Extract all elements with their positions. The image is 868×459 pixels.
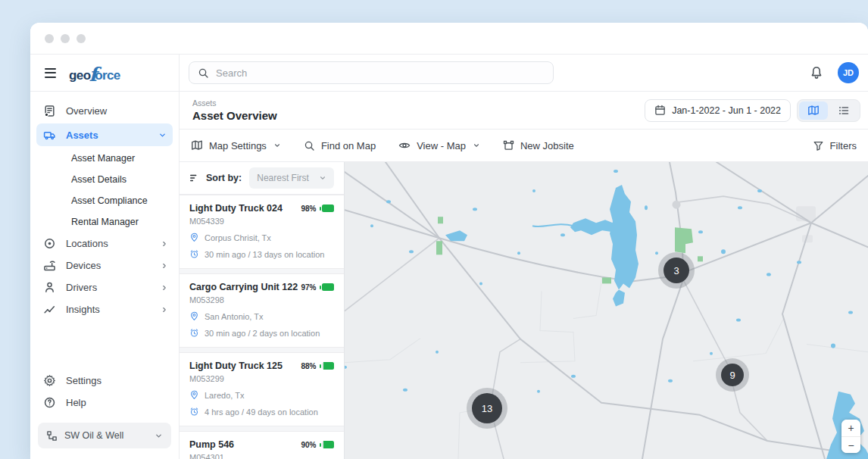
chevron-down-icon [158, 131, 167, 139]
cluster-count: 3 [673, 265, 679, 276]
asset-card[interactable]: Light Duty Truck 024 98% M054339 C [180, 195, 344, 269]
location-pin-icon [189, 390, 199, 400]
sidebar-item-insights[interactable]: Insights [30, 298, 179, 320]
list-view-toggle[interactable] [829, 101, 858, 120]
battery-percent: 90% [301, 441, 316, 449]
asset-name: Cargo Carrying Unit 122 [189, 282, 298, 292]
sidebar-item-assets[interactable]: Assets [36, 123, 173, 146]
sidebar-sub-label: Asset Manager [71, 153, 135, 164]
chevron-down-icon [473, 142, 480, 149]
sidebar-item-help[interactable]: Help [30, 392, 179, 414]
map-cluster-marker[interactable]: 13 [472, 393, 502, 423]
locations-target-icon [43, 237, 56, 250]
menu-toggle-icon[interactable] [43, 67, 58, 80]
topbar: geoforce Search JD [30, 55, 868, 92]
new-jobsite-button[interactable]: New Jobsite [503, 140, 574, 151]
notifications-bell-icon[interactable] [807, 64, 826, 82]
topbar-left: geoforce [30, 55, 180, 91]
chevron-right-icon [161, 262, 168, 270]
sidebar-label: Locations [66, 238, 108, 249]
find-on-map-button[interactable]: Find on Map [304, 140, 376, 151]
chevron-down-icon [319, 174, 326, 182]
logo-text-f: f [89, 65, 97, 84]
asset-name: Light Duty Truck 024 [189, 203, 283, 214]
asset-location: Laredo, Tx [205, 391, 244, 400]
clock-icon [189, 407, 199, 417]
overview-report-icon [43, 105, 56, 117]
logo-text-geo: geo [69, 69, 90, 82]
asset-card[interactable]: Pump 546 90% M054301 [180, 431, 344, 459]
window-titlebar [30, 23, 868, 55]
battery-percent: 97% [301, 283, 316, 292]
topbar-right: Search JD [180, 55, 868, 91]
sidebar-item-asset-compliance[interactable]: Asset Compliance [30, 190, 179, 211]
organization-selector[interactable]: SW Oil & Well [38, 423, 171, 448]
map-cluster-marker[interactable]: 3 [663, 258, 689, 283]
sidebar-item-drivers[interactable]: Drivers [30, 276, 179, 298]
organization-name: SW Oil & Well [64, 430, 123, 441]
search-input[interactable]: Search [189, 61, 554, 84]
sidebar-item-locations[interactable]: Locations [30, 233, 179, 254]
basemap-graphic [345, 162, 868, 459]
find-on-map-label: Find on Map [321, 140, 376, 151]
sidebar-label: Devices [66, 260, 101, 271]
window-control-dot[interactable] [61, 34, 70, 43]
search-placeholder: Search [216, 67, 247, 79]
sidebar-sub-label: Asset Compliance [71, 195, 148, 206]
battery-percent: 88% [301, 362, 316, 370]
sidebar-item-settings[interactable]: Settings [30, 370, 179, 392]
breadcrumb: Assets [192, 98, 277, 108]
filters-label: Filters [830, 140, 857, 151]
map-cluster-marker[interactable]: 9 [721, 364, 744, 386]
sidebar-item-overview[interactable]: Overview [30, 100, 179, 122]
map-settings-button[interactable]: Map Settings [191, 139, 281, 151]
chevron-right-icon [161, 284, 168, 292]
sidebar-item-asset-manager[interactable]: Asset Manager [30, 148, 179, 169]
asset-id: M054339 [189, 217, 334, 226]
sidebar-item-asset-details[interactable]: Asset Details [30, 169, 179, 190]
devices-router-icon [43, 259, 56, 272]
asset-location: San Antonio, Tx [205, 312, 263, 321]
sidebar-label: Settings [66, 375, 101, 386]
filter-funnel-icon [813, 140, 824, 151]
view-mode-dropdown[interactable]: View - Map [398, 139, 480, 151]
sidebar-sub-label: Asset Details [71, 174, 126, 185]
battery-icon [320, 441, 335, 448]
logo-text-orce: orce [95, 69, 120, 82]
asset-name: Pump 546 [189, 439, 234, 450]
sort-value: Nearest First [257, 173, 309, 183]
zoom-in-button[interactable]: + [841, 420, 860, 436]
date-range-picker[interactable]: Jan-1-2022 - Jun 1 - 2022 [645, 99, 791, 122]
help-question-icon [43, 396, 56, 409]
asset-id: M053298 [189, 295, 334, 304]
user-avatar[interactable]: JD [838, 62, 859, 83]
cluster-count: 13 [482, 403, 492, 414]
zoom-out-button[interactable]: − [841, 436, 860, 453]
asset-card[interactable]: Light Duty Truck 125 88% M053299 L [180, 352, 344, 426]
desktop-background: geoforce Search JD Overview Assets [0, 0, 868, 459]
map-icon [807, 105, 820, 117]
asset-card-list: Light Duty Truck 024 98% M054339 C [180, 195, 344, 459]
asset-last-seen: 4 hrs ago / 49 days on location [205, 407, 318, 417]
app-window: geoforce Search JD Overview Assets [30, 23, 868, 459]
sort-row: Sort by: Nearest First [180, 162, 344, 195]
clock-icon [189, 328, 199, 338]
chevron-down-icon [155, 432, 163, 440]
sidebar-item-rental-manager[interactable]: Rental Manager [30, 211, 179, 233]
map-view-toggle[interactable] [799, 101, 828, 120]
map-canvas[interactable]: 3 9 13 + − [345, 162, 868, 459]
chevron-right-icon [161, 240, 168, 248]
sidebar-label: Insights [66, 304, 100, 315]
date-range-value: Jan-1-2022 - Jun 1 - 2022 [672, 105, 781, 116]
list-icon [838, 105, 850, 117]
asset-last-seen: 30 min ago / 13 days on location [205, 250, 324, 259]
sidebar-label: Help [66, 397, 86, 408]
window-control-dot[interactable] [76, 34, 86, 43]
sidebar-item-devices[interactable]: Devices [30, 254, 179, 276]
map-settings-label: Map Settings [209, 140, 267, 151]
window-control-dot[interactable] [45, 34, 54, 43]
sort-dropdown[interactable]: Nearest First [249, 167, 334, 189]
filters-button[interactable]: Filters [813, 140, 857, 151]
asset-card[interactable]: Cargo Carrying Unit 122 97% M053298 [180, 273, 344, 348]
sidebar: Overview Assets Asset Manager Asset Deta… [30, 92, 180, 459]
